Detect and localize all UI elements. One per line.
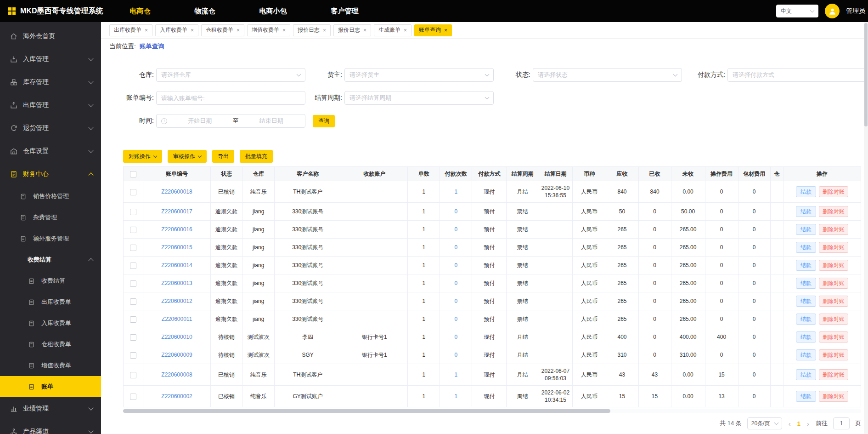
avatar[interactable] [825,4,840,18]
settle-button[interactable]: 结款 [796,206,816,217]
delete-reconcile-button[interactable]: 删除对账 [819,349,848,360]
bill-no-link[interactable]: Z220600011 [162,316,192,322]
tab[interactable]: 仓租收费单× [201,24,244,36]
close-icon[interactable]: × [363,28,366,33]
tab[interactable]: 报价日志× [333,24,371,36]
page-size-select[interactable]: 20条/页 [747,417,782,429]
row-checkbox[interactable] [130,334,136,341]
goto-page-input[interactable] [833,417,850,429]
language-select[interactable]: 中文 [776,5,818,17]
delete-reconcile-button[interactable]: 删除对账 [819,391,848,402]
prev-page-button[interactable]: ‹ [788,420,792,428]
bill-no-link[interactable]: Z220600009 [161,352,192,358]
row-checkbox[interactable] [130,352,136,359]
batch-fill-button[interactable]: 批量填充 [240,150,273,163]
settle-button[interactable]: 结款 [796,242,816,253]
sidebar-item[interactable]: 出库管理 [0,94,101,117]
vertical-scrollbar-thumb[interactable] [864,23,868,126]
row-checkbox[interactable] [130,280,136,287]
current-page-number[interactable]: 1 [797,420,800,427]
row-checkbox[interactable] [130,227,136,233]
sidebar-item[interactable]: 海外仓首页 [0,25,101,48]
row-checkbox[interactable] [130,372,136,378]
delete-reconcile-button[interactable]: 删除对账 [819,242,848,253]
delete-reconcile-button[interactable]: 删除对账 [819,224,848,235]
row-checkbox[interactable] [130,189,136,195]
settle-button[interactable]: 结款 [796,186,816,197]
bill-no-link[interactable]: Z220600012 [161,298,192,304]
sidebar-item[interactable]: 仓库设置 [0,140,101,163]
settle-button[interactable]: 结款 [796,278,816,289]
audit-actions-button[interactable]: 审核操作 [168,150,207,163]
bill-no-link[interactable]: Z220600017 [161,208,192,215]
row-checkbox[interactable] [130,245,136,251]
delete-reconcile-button[interactable]: 删除对账 [819,314,848,325]
sidebar-item[interactable]: 增值收费单 [0,355,101,376]
tab[interactable]: 报价日志× [293,24,331,36]
sidebar-item[interactable]: 库存管理 [0,71,101,94]
close-icon[interactable]: × [444,28,447,33]
owner-select[interactable]: 请选择货主 [344,68,494,82]
bill-no-link[interactable]: Z220600008 [161,371,192,378]
delete-reconcile-button[interactable]: 删除对账 [819,260,848,271]
pay-count-value[interactable]: 0 [455,244,458,251]
tab[interactable]: 出库收费单× [109,24,152,36]
tab[interactable]: 账单查询× [414,24,452,36]
vertical-scrollbar[interactable] [864,22,868,434]
breadcrumb-current[interactable]: 账单查询 [140,42,164,51]
sidebar-item[interactable]: 产品渠道 [0,420,101,434]
pay-count-value[interactable]: 0 [455,298,458,304]
pay-count-value[interactable]: 0 [455,280,458,286]
top-nav-item[interactable]: 电商仓 [130,7,150,16]
row-checkbox[interactable] [130,316,136,323]
pay-count-value[interactable]: 0 [455,208,458,215]
cycle-select[interactable]: 请选择结算周期 [344,91,494,105]
sidebar-item[interactable]: 入库管理 [0,48,101,71]
delete-reconcile-button[interactable]: 删除对账 [819,369,848,380]
warehouse-select[interactable]: 请选择仓库 [156,68,305,82]
close-icon[interactable]: × [191,28,194,33]
bill-no-link[interactable]: Z220600016 [161,226,192,233]
end-date-placeholder[interactable]: 结束日期 [242,117,301,125]
top-nav-item[interactable]: 电商小包 [259,7,287,16]
settle-button[interactable]: 结款 [796,224,816,235]
delete-reconcile-button[interactable]: 删除对账 [819,186,848,197]
top-nav-item[interactable]: 客户管理 [331,7,358,16]
pay-count-value[interactable]: 0 [455,226,458,233]
tab[interactable]: 增值收费单× [247,24,290,36]
sidebar-item[interactable]: 账单 [0,376,101,397]
horizontal-scrollbar-thumb[interactable] [123,409,610,413]
sidebar-item[interactable]: 仓租收费单 [0,334,101,355]
pay-count-value[interactable]: 1 [455,393,458,400]
sidebar-item[interactable]: 退货管理 [0,117,101,140]
settle-button[interactable]: 结款 [796,369,816,380]
pay-count-value[interactable]: 0 [455,316,458,322]
bill-no-input[interactable] [156,91,305,105]
close-icon[interactable]: × [323,28,326,33]
close-icon[interactable]: × [404,28,407,33]
delete-reconcile-button[interactable]: 删除对账 [819,296,848,307]
settle-button[interactable]: 结款 [796,391,816,402]
sidebar-item[interactable]: 入库收费单 [0,313,101,334]
row-checkbox[interactable] [130,298,136,305]
sidebar-item[interactable]: 业绩管理 [0,397,101,420]
delete-reconcile-button[interactable]: 删除对账 [819,331,848,343]
sidebar-item[interactable]: 收费结算 [0,270,101,291]
settle-button[interactable]: 结款 [796,296,816,307]
sidebar-item[interactable]: 出库收费单 [0,291,101,313]
row-checkbox[interactable] [130,209,136,215]
delete-reconcile-button[interactable]: 删除对账 [819,206,848,217]
top-nav-item[interactable]: 物流仓 [194,7,215,16]
status-select[interactable]: 请选择状态 [533,68,682,82]
settle-button[interactable]: 结款 [796,349,816,360]
sidebar-item[interactable]: 财务中心 [0,163,101,186]
next-page-button[interactable]: › [806,420,810,428]
date-range-picker[interactable]: 开始日期 至 结束日期 [156,114,305,128]
app-grid-icon[interactable] [8,7,16,15]
bill-no-link[interactable]: Z220600013 [161,280,192,286]
horizontal-scrollbar[interactable] [123,409,861,413]
reconcile-actions-button[interactable]: 对账操作 [123,150,162,163]
sidebar-item[interactable]: 收费结算 [0,249,101,270]
pay-count-value[interactable]: 1 [455,371,458,378]
query-button[interactable]: 查询 [313,115,335,127]
